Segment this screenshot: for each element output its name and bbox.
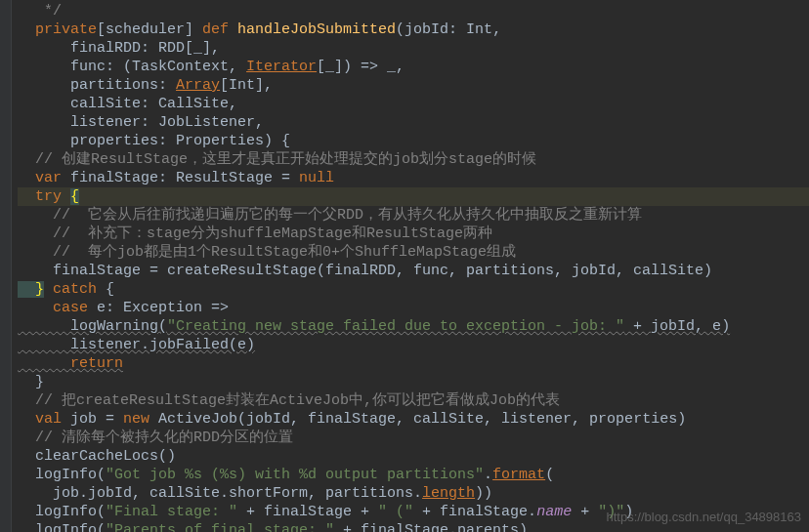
- text: logInfo(: [18, 467, 106, 483]
- text: +: [572, 504, 598, 520]
- type-array: Array: [176, 77, 220, 94]
- keyword-return: return: [18, 355, 123, 372]
- param: finalRDD: RDD[_],: [35, 40, 220, 57]
- comment: // 把createResultStage封装在ActiveJob中,你可以把它…: [18, 392, 560, 409]
- brace: }: [18, 374, 44, 390]
- text: [scheduler]: [97, 21, 202, 38]
- watermark: https://blog.csdn.net/qq_34898163: [607, 508, 802, 526]
- string-literal: "Parents of final stage: ": [106, 522, 334, 532]
- brace: {: [106, 281, 114, 298]
- statement: clearCacheLocs(): [18, 448, 176, 465]
- property-length: length: [422, 485, 475, 502]
- text: + finalStage.: [413, 504, 536, 520]
- param: listener: JobListener,: [35, 114, 264, 131]
- param: [Int],: [220, 77, 273, 94]
- code-block: */ private[scheduler] def handleJobSubmi…: [18, 0, 809, 532]
- keyword-val: val: [18, 411, 70, 428]
- brace-open: {: [70, 188, 79, 205]
- text: (: [545, 467, 554, 483]
- string-literal: " (": [378, 504, 413, 520]
- comment: // 补充下：stage分为shuffleMapStage和ResultStag…: [18, 225, 492, 242]
- param: [_]) => _,: [317, 59, 404, 75]
- text: .: [484, 467, 492, 483]
- comment: // 它会从后往前找递归遍历它的每一个父RDD，有从持久化从持久化中抽取反之重新…: [18, 207, 642, 224]
- keyword-try: try: [18, 188, 70, 205]
- text: )): [475, 485, 492, 502]
- keyword-def: def: [202, 21, 237, 38]
- text: + finalStage +: [237, 504, 378, 520]
- text: + finalStage.parents): [334, 522, 528, 532]
- text: job.jobId, callSite.shortForm, partition…: [18, 485, 422, 502]
- text: listener.jobFailed(e): [18, 337, 255, 353]
- string-literal: "Creating new stage failed due to except…: [167, 318, 624, 335]
- text: job =: [70, 411, 123, 428]
- text: logInfo(: [18, 504, 106, 520]
- text: e: Exception =>: [97, 300, 229, 316]
- keyword-new: new: [123, 411, 158, 428]
- text: logInfo(: [18, 522, 106, 532]
- method-format: format: [492, 467, 545, 483]
- statement: finalStage = createResultStage(finalRDD,…: [18, 263, 712, 279]
- keyword-catch: catch: [44, 281, 106, 298]
- comment: // 清除每个被持久化的RDD分区的位置: [18, 430, 293, 446]
- param: properties: Properties) {: [35, 133, 290, 149]
- param: callSite: CallSite,: [35, 96, 237, 112]
- text: finalStage: ResultStage =: [70, 170, 299, 186]
- text: ActiveJob(jobId, finalStage, callSite, l…: [158, 411, 686, 428]
- text: logWarning(: [18, 318, 167, 335]
- keyword-var: var: [18, 170, 70, 186]
- comment: // 每个job都是由1个ResultStage和0+个ShuffleMapSt…: [18, 244, 516, 261]
- text: + jobId, e): [624, 318, 730, 335]
- property-name: name: [536, 504, 572, 520]
- string-literal: "Final stage: ": [106, 504, 237, 520]
- comment: */: [18, 3, 62, 20]
- type-iterator: Iterator: [246, 59, 317, 75]
- string-literal: "Got job %s (%s) with %d output partitio…: [106, 467, 484, 483]
- param: func: (TaskContext,: [35, 59, 246, 75]
- param: partitions:: [35, 77, 176, 94]
- brace-close: }: [18, 281, 44, 298]
- params: (jobId: Int,: [396, 21, 501, 38]
- keyword-case: case: [18, 300, 97, 316]
- keyword-private: private: [35, 21, 97, 38]
- function-name: handleJobSubmitted: [237, 21, 396, 38]
- null-literal: null: [299, 170, 334, 186]
- comment: // 创建ResultStage，这里才是真正开始处理提交的job划分stage…: [18, 151, 536, 168]
